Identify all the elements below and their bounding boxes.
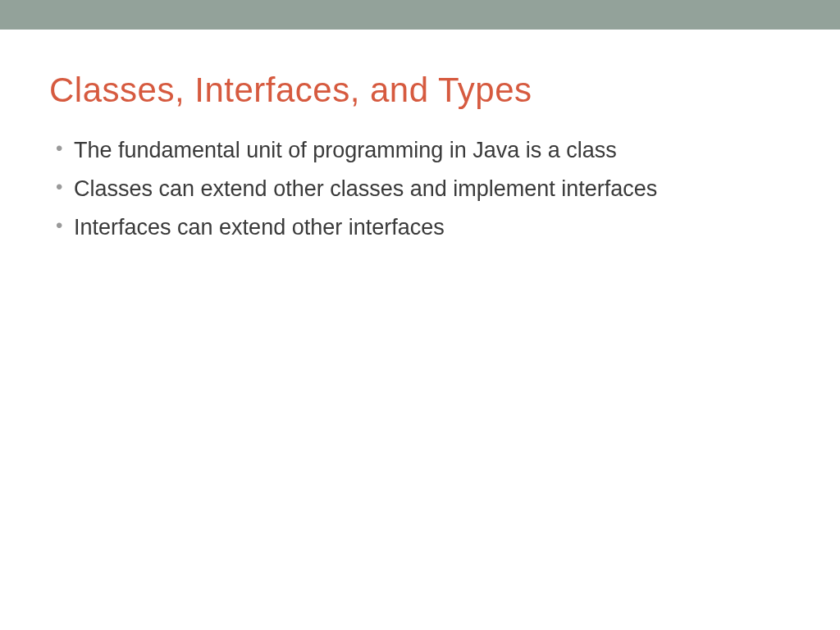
slide-content: Classes, Interfaces, and Types The funda…: [0, 30, 840, 244]
bullet-item: Interfaces can extend other interfaces: [56, 212, 791, 244]
slide-top-bar: [0, 0, 840, 30]
bullet-item: The fundamental unit of programming in J…: [56, 135, 791, 167]
bullet-item: Classes can extend other classes and imp…: [56, 173, 791, 205]
bullet-list: The fundamental unit of programming in J…: [49, 135, 791, 244]
slide-title: Classes, Interfaces, and Types: [49, 71, 791, 110]
